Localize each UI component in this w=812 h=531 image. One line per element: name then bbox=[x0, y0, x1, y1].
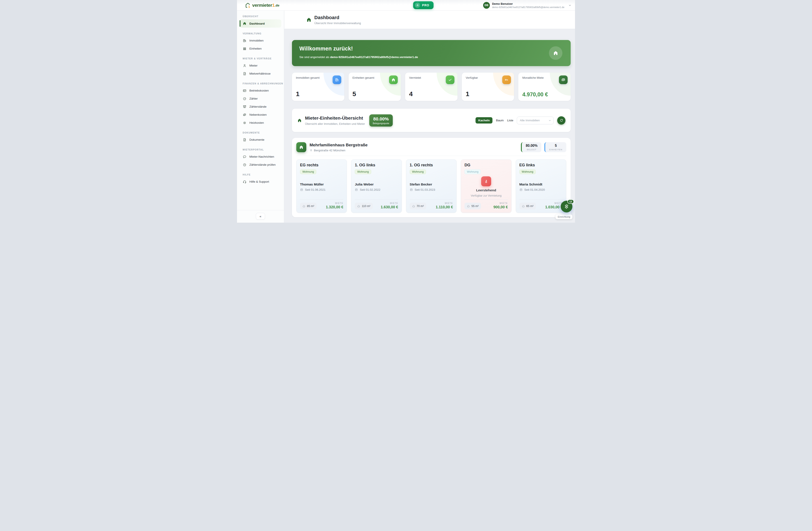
unit-name: DG bbox=[464, 163, 508, 167]
sidebar-section-dokumente: DOKUMENTE bbox=[243, 131, 284, 134]
unit-card-1og-links[interactable]: 1. OG links Wohnung Julia Weber Seit 01.… bbox=[351, 159, 402, 213]
welcome-email: demo-925b91a3467ee9127a81795902a80bf5@de… bbox=[330, 55, 418, 59]
logo-tld: .de bbox=[275, 3, 279, 7]
sidebar-item-einheiten[interactable]: Einheiten bbox=[237, 45, 284, 53]
sidebar-item-label: Nebenkosten bbox=[249, 113, 267, 116]
area-pill: 55 m² bbox=[464, 202, 481, 209]
occupancy-badge: 80.00% Belegungsquote bbox=[369, 114, 393, 127]
sidebar-item-dashboard[interactable]: Dashboard bbox=[240, 19, 281, 28]
chat-icon bbox=[243, 155, 247, 159]
sidebar-item-label: Dokumente bbox=[249, 138, 264, 141]
sidebar-item-zaehlerstaende-pruefen[interactable]: Zählerstände prüfen bbox=[237, 161, 284, 169]
avatar: DB bbox=[483, 2, 490, 9]
unit-card-dg[interactable]: DG Wohnung Leerstehend Verfügbar zur Ver… bbox=[461, 159, 511, 213]
sidebar-item-heizkosten[interactable]: Heizkosten bbox=[237, 119, 284, 127]
credit-card-icon bbox=[243, 89, 247, 93]
pro-label: PRO bbox=[422, 3, 429, 7]
sidebar-collapse-button[interactable]: « bbox=[256, 213, 265, 220]
tenant-name: Julia Weber bbox=[355, 182, 398, 186]
sidebar-item-mieter[interactable]: Mieter bbox=[237, 61, 284, 70]
page-subtitle: Übersicht Ihrer Immobilienverwaltung bbox=[314, 22, 361, 25]
calendar-icon bbox=[410, 188, 413, 191]
stat-label: Monatliche Miete bbox=[522, 76, 543, 79]
content: Willkommen zurück! Sie sind angemeldet a… bbox=[284, 29, 575, 223]
signpost-icon bbox=[564, 204, 569, 209]
building-icon bbox=[243, 39, 247, 43]
welcome-banner: Willkommen zurück! Sie sind angemeldet a… bbox=[292, 40, 571, 66]
sidebar-section-finanzen: FINANZEN & ABRECHNUNGEN bbox=[243, 82, 284, 85]
grid-icon bbox=[243, 47, 247, 51]
house-icon bbox=[296, 142, 306, 152]
unit-name: 1. OG links bbox=[355, 163, 398, 167]
area-text: 55 m² bbox=[472, 205, 479, 208]
tenant-since: Seit 01.02.2022 bbox=[355, 188, 398, 191]
sidebar-item-zaehlerstaende[interactable]: Zählerstände bbox=[237, 103, 284, 111]
main-area: Dashboard Übersicht Ihrer Immobilienverw… bbox=[284, 11, 575, 223]
sidebar-item-mietverhaeltnisse[interactable]: Mietverhältnisse bbox=[237, 70, 284, 78]
stat-label: Vermietet bbox=[409, 76, 421, 79]
rent-value: 900,00 € bbox=[493, 205, 508, 209]
overview-title: Mieter-Einheiten-Übersicht bbox=[305, 115, 365, 121]
einrichtung-fab-button[interactable]: 13 bbox=[561, 201, 572, 212]
property-filter-select[interactable]: Alle Immobilien bbox=[517, 116, 554, 124]
building-icon bbox=[333, 75, 341, 84]
sidebar-item-zaehler[interactable]: Zähler bbox=[237, 95, 284, 103]
tab-kacheln[interactable]: Kacheln bbox=[476, 117, 493, 124]
tab-liste[interactable]: Liste bbox=[507, 119, 513, 122]
sidebar-item-mieter-nachrichten[interactable]: Mieter-Nachrichten bbox=[237, 153, 284, 161]
refresh-button[interactable] bbox=[557, 116, 565, 125]
stats-row: Immobilien gesamt 1 Einheiten gesamt 5 bbox=[292, 73, 571, 101]
sidebar-item-dokumente[interactable]: Dokumente bbox=[237, 136, 284, 144]
gauge-icon bbox=[243, 97, 247, 101]
stat-value: 1 bbox=[296, 90, 300, 98]
sidebar-item-label: Zähler bbox=[249, 97, 258, 100]
clock-icon bbox=[243, 163, 247, 167]
sidebar-item-label: Mieter bbox=[249, 64, 258, 67]
unit-card-eg-rechts[interactable]: EG rechts Wohnung Thomas Müller Seit 01.… bbox=[296, 159, 347, 213]
logo[interactable]: 1 vermieter1.de bbox=[245, 2, 279, 8]
pro-button[interactable]: PRO bbox=[413, 1, 434, 9]
sidebar-item-label: Zählerstände prüfen bbox=[249, 163, 276, 166]
sidebar-item-betriebskosten[interactable]: Betriebskosten bbox=[237, 86, 284, 95]
sidebar-section-mieter-vertraege: MIETER & VERTRÄGE bbox=[243, 57, 284, 60]
welcome-title: Willkommen zurück! bbox=[299, 45, 563, 52]
vacant-status: Leerstehend bbox=[476, 188, 496, 192]
sidebar-item-label: Mieter-Nachrichten bbox=[249, 155, 274, 158]
home-icon bbox=[297, 118, 302, 123]
home-outline-icon bbox=[357, 205, 360, 208]
sidebar-item-label: Zählerstände bbox=[249, 105, 266, 108]
sidebar-item-label: Einheiten bbox=[249, 47, 262, 50]
tenant-since: Seit 01.06.2021 bbox=[300, 188, 343, 191]
occupancy-value: 80.00% bbox=[373, 116, 389, 122]
rent-value: 1.110,00 € bbox=[436, 205, 453, 209]
home-outline-icon bbox=[412, 205, 415, 208]
belegt-value: 80.00% bbox=[526, 144, 537, 148]
copy-icon bbox=[243, 113, 247, 117]
property-card: Mehrfamilienhaus Bergstraße Bergstraße 4… bbox=[292, 138, 571, 217]
area-text: 65 m² bbox=[526, 205, 534, 208]
welcome-line: Sie sind angemeldet als demo-925b91a3467… bbox=[299, 55, 563, 59]
rent-label: MIETE bbox=[493, 202, 508, 205]
home-icon bbox=[306, 17, 312, 23]
tab-baum[interactable]: Baum bbox=[496, 119, 504, 122]
einheiten-stat: 5 EINHEITEN bbox=[545, 142, 566, 152]
rent-value: 1.630,00 € bbox=[381, 205, 398, 209]
sidebar-item-immobilien[interactable]: Immobilien bbox=[237, 37, 284, 45]
calendar-icon bbox=[355, 188, 358, 191]
stat-label: Einheiten gesamt bbox=[352, 76, 374, 79]
star-icon bbox=[415, 3, 420, 8]
sidebar-nav: ÜBERSICHT Dashboard VERWALTUNG Immobilie… bbox=[237, 11, 284, 210]
area-text: 110 m² bbox=[362, 205, 371, 208]
user-menu[interactable]: DB Demo Benutzer demo-925b91a3467ee9127a… bbox=[483, 2, 571, 9]
stat-value: 4 bbox=[409, 90, 413, 98]
sidebar-footer: « bbox=[237, 210, 284, 223]
unit-card-1og-rechts[interactable]: 1. OG rechts Wohnung Stefan Becker Seit … bbox=[406, 159, 456, 213]
rent-label: MIETE bbox=[381, 202, 398, 205]
units-grid: EG rechts Wohnung Thomas Müller Seit 01.… bbox=[296, 159, 566, 213]
home-outline-icon bbox=[467, 205, 470, 208]
stat-card-immobilien: Immobilien gesamt 1 bbox=[292, 73, 344, 101]
calendar-icon bbox=[519, 188, 523, 191]
key-icon bbox=[502, 75, 511, 84]
sidebar-item-nebenkosten[interactable]: Nebenkosten bbox=[237, 111, 284, 119]
sidebar-item-hilfe-support[interactable]: Hilfe & Support bbox=[237, 178, 284, 186]
